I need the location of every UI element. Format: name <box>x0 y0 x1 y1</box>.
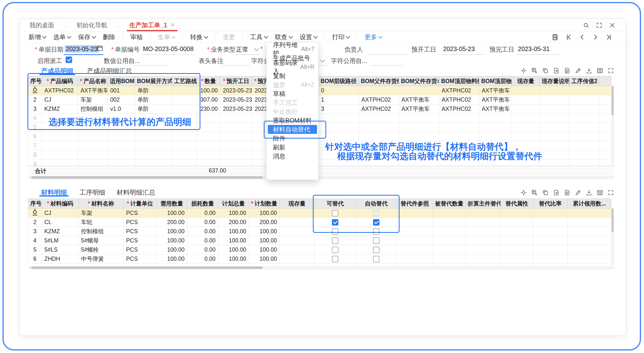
cell-auto[interactable] <box>356 218 397 227</box>
table-row[interactable]: 45#LM5#螺母PCS100.000.00100.00100.00 <box>28 236 611 245</box>
cell-ratio[interactable] <box>533 236 568 245</box>
table-row[interactable]: 55#LS5#螺栓PCS100.000.00100.00100.00 <box>28 245 611 254</box>
checkbox-可替代[interactable] <box>332 237 338 244</box>
cell-code[interactable]: ZHDH <box>42 254 78 263</box>
cell-ratio[interactable] <box>533 254 568 263</box>
cell-name[interactable]: 控制模组 <box>78 227 124 236</box>
cell-need[interactable]: 100.00 <box>156 227 187 236</box>
cell-need[interactable]: 100.00 <box>156 236 187 245</box>
cell-cum[interactable] <box>568 208 611 218</box>
cell-attr[interactable] <box>501 254 533 263</box>
table-row[interactable]: CJ车架PCS100.000.00100.00100.00 <box>28 208 611 218</box>
menu-item-条形码录入[interactable]: 条形码录入Alt+R <box>266 63 318 71</box>
cell-name[interactable]: 车架 <box>78 208 124 218</box>
hscroll-thumb[interactable] <box>31 266 263 269</box>
cell-cum[interactable] <box>568 236 611 245</box>
cell-ref[interactable] <box>397 254 433 263</box>
cell-need[interactable]: 100.00 <box>156 254 187 263</box>
cell-need[interactable]: 100.00 <box>156 245 187 254</box>
cell-plan_total[interactable]: 100.00 <box>218 227 249 236</box>
cell-unit[interactable]: PCS <box>124 254 156 263</box>
cell-auto[interactable] <box>356 236 397 245</box>
cell-conv[interactable] <box>466 254 501 263</box>
cell-seq[interactable]: 3 <box>28 227 42 236</box>
cell-plan_qty[interactable]: 100.00 <box>249 208 280 218</box>
cell-ratio[interactable] <box>533 208 568 218</box>
checkbox-自动替代[interactable] <box>373 219 380 226</box>
cell-attr[interactable] <box>501 236 533 245</box>
cell-seq[interactable]: 5 <box>28 245 42 254</box>
menu-item-材料自动替代[interactable]: 材料自动替代 <box>268 125 317 134</box>
cell-loss[interactable]: 0.00 <box>187 227 218 236</box>
checkbox-可替代[interactable] <box>332 210 338 216</box>
cell-cum[interactable] <box>568 245 611 254</box>
cell-conv[interactable] <box>466 218 501 227</box>
cell-replaced_qty[interactable] <box>433 227 466 236</box>
checkbox-自动替代[interactable] <box>373 247 380 253</box>
cell-ref[interactable] <box>397 236 433 245</box>
cell-ref[interactable] <box>397 208 433 218</box>
current-row-icon[interactable] <box>28 208 42 218</box>
cell-plan_total[interactable]: 200.00 <box>218 218 249 227</box>
cell-stock[interactable] <box>280 245 314 254</box>
cell-replaced_qty[interactable] <box>433 218 466 227</box>
cell-conv[interactable] <box>466 227 501 236</box>
cell-seq[interactable]: 6 <box>28 254 42 263</box>
checkbox-可替代[interactable] <box>332 228 338 235</box>
cell-unit[interactable]: PCS <box>124 218 156 227</box>
cell-auto[interactable] <box>356 245 397 254</box>
cell-plan_total[interactable]: 100.00 <box>218 245 249 254</box>
cell-need[interactable]: 200.00 <box>156 218 187 227</box>
cell-stock[interactable] <box>280 218 314 227</box>
cell-replaced_qty[interactable] <box>433 254 466 263</box>
cell-cum[interactable] <box>568 218 611 227</box>
cell-conv[interactable] <box>466 236 501 245</box>
table-row[interactable]: 6ZHDH中号弹簧PCS100.000.00100.00100.00 <box>28 254 611 263</box>
cell-attr[interactable] <box>501 245 533 254</box>
cell-replaceable[interactable] <box>314 245 356 254</box>
material-grid-vscrollbar[interactable] <box>611 208 614 265</box>
cell-stock[interactable] <box>280 227 314 236</box>
cell-plan_total[interactable]: 100.00 <box>218 208 249 218</box>
cell-ratio[interactable] <box>533 227 568 236</box>
menu-item-消息[interactable]: 消息 <box>266 152 318 161</box>
vscroll-thumb[interactable] <box>612 208 614 232</box>
cell-loss[interactable]: 0.00 <box>187 208 218 218</box>
cell-plan_qty[interactable]: 100.00 <box>249 245 280 254</box>
cell-auto[interactable] <box>356 208 397 218</box>
cell-cum[interactable] <box>568 227 611 236</box>
cell-replaced_qty[interactable] <box>433 245 466 254</box>
cell-plan_qty[interactable]: 100.00 <box>249 227 280 236</box>
menu-item-序列号维护[interactable]: 序列号维护Alt+7 <box>266 45 318 54</box>
checkbox-可替代[interactable] <box>332 247 338 253</box>
cell-replaced_qty[interactable] <box>433 236 466 245</box>
cell-ref[interactable] <box>397 227 433 236</box>
cell-unit[interactable]: PCS <box>124 208 156 218</box>
cell-ref[interactable] <box>397 245 433 254</box>
cell-loss[interactable]: 0.00 <box>187 236 218 245</box>
cell-replaceable[interactable] <box>314 208 356 218</box>
cell-conv[interactable] <box>466 208 501 218</box>
cell-loss[interactable]: 0.00 <box>187 218 218 227</box>
cell-code[interactable]: 5#LM <box>42 236 78 245</box>
checkbox-可替代[interactable] <box>332 219 338 226</box>
material-grid-hscrollbar[interactable] <box>28 266 614 269</box>
cell-name[interactable]: 5#螺母 <box>78 236 124 245</box>
cell-replaceable[interactable] <box>314 236 356 245</box>
checkbox-自动替代[interactable] <box>373 256 380 262</box>
cell-code[interactable]: KZMZ <box>42 227 78 236</box>
cell-replaced_qty[interactable] <box>433 208 466 218</box>
cell-stock[interactable] <box>280 236 314 245</box>
cell-auto[interactable] <box>356 227 397 236</box>
menu-item-附件[interactable]: 附件 <box>266 134 318 143</box>
cell-replaceable[interactable] <box>314 254 356 263</box>
cell-attr[interactable] <box>501 208 533 218</box>
cell-ref[interactable] <box>397 218 433 227</box>
cell-conv[interactable] <box>466 245 501 254</box>
cell-plan_total[interactable]: 100.00 <box>218 254 249 263</box>
cell-need[interactable]: 100.00 <box>156 208 187 218</box>
cell-plan_qty[interactable]: 200.00 <box>249 218 280 227</box>
cell-loss[interactable]: 0.00 <box>187 245 218 254</box>
cell-unit[interactable]: PCS <box>124 236 156 245</box>
table-row[interactable]: 3KZMZ控制模组PCS100.000.00100.00100.00 <box>28 227 611 236</box>
